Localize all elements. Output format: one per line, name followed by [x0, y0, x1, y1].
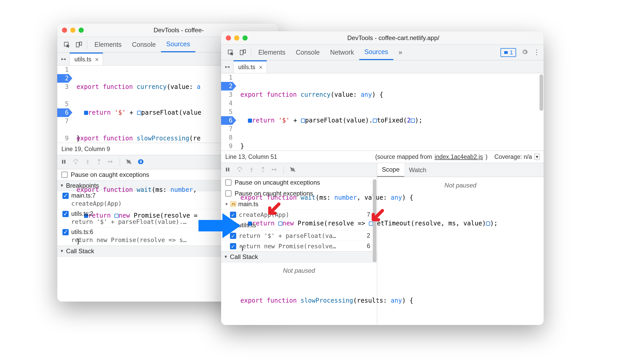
- svg-point-5: [75, 162, 76, 164]
- pause-icon[interactable]: [225, 167, 230, 173]
- bp-group-header[interactable]: JS utils.ts: [221, 220, 377, 231]
- tab-elements[interactable]: Elements: [89, 37, 127, 52]
- inspect-icon[interactable]: [61, 37, 73, 52]
- tab-console[interactable]: Console: [291, 45, 325, 60]
- svg-point-7: [99, 163, 100, 164]
- line-number[interactable]: [57, 91, 69, 100]
- pause-caught-label: Pause on caught exceptions: [71, 171, 149, 178]
- svg-rect-12: [240, 50, 243, 55]
- close-icon[interactable]: ×: [95, 56, 99, 63]
- blue-arrow-annotation: [222, 213, 241, 238]
- inspect-icon[interactable]: [225, 45, 237, 60]
- svg-rect-3: [62, 160, 63, 164]
- checkbox[interactable]: ✓: [62, 211, 69, 217]
- pause-on-exceptions-icon[interactable]: [138, 159, 144, 166]
- svg-point-19: [262, 171, 264, 172]
- titlebar: DevTools - coffee-cart.netlify.app/: [221, 31, 544, 45]
- line-number[interactable]: 7: [221, 125, 233, 133]
- line-number[interactable]: [57, 126, 69, 134]
- line-number[interactable]: 5: [221, 108, 233, 116]
- svg-point-6: [87, 163, 88, 164]
- file-tabs: ▸◂ utils.ts ×: [221, 60, 544, 73]
- close-icon[interactable]: [226, 35, 231, 41]
- line-number-breakpoint[interactable]: 2: [221, 82, 233, 90]
- step-out-icon[interactable]: [96, 159, 102, 166]
- device-icon[interactable]: [237, 45, 249, 60]
- svg-rect-1: [76, 42, 79, 47]
- step-into-icon[interactable]: [85, 159, 91, 166]
- gear-icon[interactable]: [521, 49, 528, 56]
- tab-network[interactable]: Network: [325, 45, 359, 60]
- checkbox[interactable]: [225, 179, 232, 186]
- step-over-icon[interactable]: [236, 167, 243, 173]
- tab-console[interactable]: Console: [127, 37, 161, 52]
- file-tab[interactable]: utils.ts ×: [234, 60, 267, 73]
- file-tab-label: utils.ts: [74, 56, 91, 63]
- step-into-icon[interactable]: [249, 167, 254, 173]
- maximize-icon[interactable]: [79, 28, 84, 33]
- step-over-icon[interactable]: [72, 159, 79, 166]
- tab-elements[interactable]: Elements: [253, 45, 291, 60]
- code-editor[interactable]: 1 2 3 4 5 6 7 8 9 export function curren…: [221, 73, 544, 151]
- line-number-breakpoint[interactable]: 6: [221, 116, 233, 125]
- svg-rect-9: [140, 160, 141, 163]
- file-tab[interactable]: utils.ts ×: [70, 53, 103, 65]
- checkbox[interactable]: [225, 190, 232, 197]
- deactivate-breakpoints-icon[interactable]: [126, 159, 132, 166]
- minimize-icon[interactable]: [70, 28, 75, 33]
- checkbox[interactable]: [61, 172, 68, 178]
- breakpoint-item[interactable]: ✓ return new Promise(resolve… 6: [221, 241, 377, 251]
- svg-rect-10: [141, 160, 142, 163]
- checkbox[interactable]: ✓: [62, 193, 69, 199]
- line-number[interactable]: 5: [57, 100, 69, 108]
- checkbox[interactable]: ✓: [62, 229, 69, 235]
- minimize-icon[interactable]: [234, 35, 239, 41]
- line-number-breakpoint[interactable]: 6: [57, 108, 69, 117]
- maximize-icon[interactable]: [242, 35, 248, 41]
- svg-rect-16: [228, 167, 229, 171]
- pause-caught-row[interactable]: Pause on caught exceptions: [221, 188, 377, 199]
- close-icon[interactable]: [62, 28, 67, 33]
- line-number[interactable]: 3: [57, 83, 69, 91]
- checkbox[interactable]: ✓: [230, 243, 236, 249]
- line-number-breakpoint[interactable]: 2: [57, 74, 69, 83]
- line-number[interactable]: 9: [221, 142, 233, 151]
- pause-uncaught-row[interactable]: Pause on uncaught exceptions: [221, 177, 377, 188]
- main-toolbar: Elements Console Network Sources » 1 ⋮: [221, 45, 544, 60]
- tab-sources[interactable]: Sources: [359, 45, 394, 60]
- navigator-icon[interactable]: ▸◂: [221, 60, 234, 73]
- svg-point-20: [272, 169, 273, 170]
- scrollbar[interactable]: [540, 74, 543, 111]
- window-title: DevTools - coffee-cart.netlify.app/: [248, 34, 539, 42]
- step-icon[interactable]: [272, 167, 278, 173]
- svg-point-18: [251, 171, 252, 172]
- step-out-icon[interactable]: [260, 167, 266, 173]
- svg-rect-13: [243, 50, 246, 53]
- close-icon[interactable]: ×: [259, 64, 262, 71]
- red-arrow-annotation: [266, 202, 281, 218]
- line-number[interactable]: 1: [57, 66, 69, 74]
- navigator-icon[interactable]: ▸◂: [57, 53, 70, 65]
- line-number[interactable]: 9: [57, 134, 69, 143]
- callstack-header[interactable]: Call Stack: [221, 251, 377, 262]
- bp-group-header[interactable]: JS main.ts: [221, 199, 377, 210]
- tab-sources[interactable]: Sources: [161, 37, 195, 52]
- kebab-icon[interactable]: ⋮: [533, 48, 540, 56]
- deactivate-breakpoints-icon[interactable]: [290, 167, 296, 173]
- devtools-window-right: DevTools - coffee-cart.netlify.app/ Elem…: [221, 31, 544, 325]
- debugger-toolbar: [221, 163, 377, 177]
- issues-badge[interactable]: 1: [500, 48, 516, 57]
- pause-icon[interactable]: [61, 159, 67, 166]
- breakpoint-item[interactable]: ✓ createApp(App) 7: [221, 210, 377, 220]
- svg-rect-15: [226, 167, 227, 171]
- line-number[interactable]: 4: [221, 99, 233, 108]
- line-number[interactable]: 1: [221, 73, 233, 82]
- step-icon[interactable]: [108, 159, 114, 166]
- breakpoint-item[interactable]: ✓ return '$' + parseFloat(va… 2: [221, 231, 377, 241]
- line-number[interactable]: 3: [221, 90, 233, 99]
- device-icon[interactable]: [73, 37, 85, 52]
- more-tabs[interactable]: »: [393, 45, 407, 60]
- svg-rect-2: [80, 42, 82, 45]
- line-number[interactable]: 7: [57, 117, 69, 126]
- line-number[interactable]: 8: [221, 133, 233, 142]
